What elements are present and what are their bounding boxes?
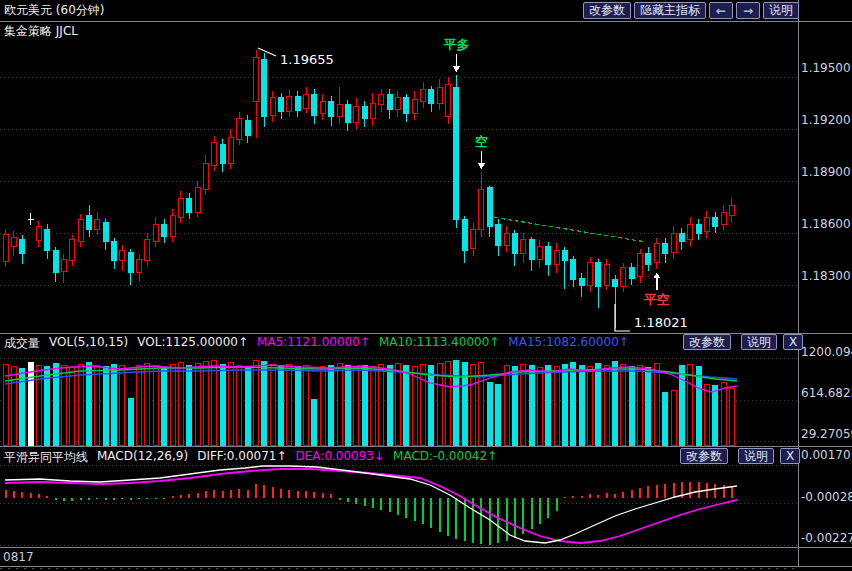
volume-ma5-value: MA5:1121.00000↑ [257,335,370,352]
macd-params: MACD(12,26,9) [97,449,188,466]
macd-axis-label: -0.00028 [801,490,852,504]
volume-toolbar: 改参数 说明 X [683,334,803,350]
volume-axis-label: 29.27059 [801,427,852,441]
volume-ma15-value: MA15:1082.60000↑ [508,335,628,352]
svg-text:1.19655: 1.19655 [280,52,334,67]
prev-arrow-button[interactable]: ← [709,2,733,19]
volume-change-params-button[interactable]: 改参数 [683,334,731,350]
volume-axis-label: 614.68235 [801,386,852,400]
macd-dea-value: DEA:0.00093↓ [296,449,385,466]
chart-canvas[interactable]: 平多空平空1.196551.18021 [0,0,852,571]
trading-app-window: 平多空平空1.196551.18021 欧元美元 (60分钟) 改参数 隐藏主指… [0,0,852,571]
volume-vol-value: VOL:1125.00000↑ [137,335,248,352]
price-axis-label: 1.19200 [801,113,851,127]
price-axis-label: 1.18300 [801,269,851,283]
volume-header: 成交量 VOL(5,10,15) VOL:1125.00000↑ MA5:112… [4,335,629,352]
next-arrow-button[interactable]: → [736,2,760,19]
help-button[interactable]: 说明 [763,2,799,19]
macd-close-button[interactable]: X [780,448,800,464]
price-axis-label: 1.18600 [801,217,851,231]
strategy-label: 集金策略 JJCL [4,24,78,38]
price-axis-label: 1.19500 [801,61,851,75]
macd-header: 平滑异同平均线 MACD(12,26,9) DIFF:0.00071↑ DEA:… [4,449,497,466]
macd-axis-label: 0.00170 [801,448,851,462]
macd-help-button[interactable]: 说明 [738,448,774,464]
macd-toolbar: 改参数 说明 X [680,448,800,464]
svg-text:平多: 平多 [443,37,469,52]
macd-diff-value: DIFF:0.00071↑ [197,449,286,466]
volume-ma10-value: MA10:1113.40000↑ [379,335,499,352]
volume-help-button[interactable]: 说明 [741,334,777,350]
svg-text:空: 空 [475,134,488,149]
hide-main-indicator-button[interactable]: 隐藏主指标 [634,2,706,19]
price-axis-label: 1.18900 [801,165,851,179]
main-toolbar: 改参数 隐藏主指标 ← → 说明 [583,2,799,19]
macd-change-params-button[interactable]: 改参数 [680,448,728,464]
svg-text:平空: 平空 [644,292,670,307]
volume-params: VOL(5,10,15) [49,335,128,352]
macd-axis-label: -0.00227 [801,531,852,545]
change-params-button[interactable]: 改参数 [583,2,631,19]
time-axis-start-label: 0817 [3,550,34,564]
svg-text:1.18021: 1.18021 [634,315,688,330]
macd-title: 平滑异同平均线 [4,449,88,466]
macd-macd-value: MACD:-0.00042↑ [393,449,497,466]
volume-axis-label: 1200.0941 [801,345,852,359]
window-title: 欧元美元 (60分钟) [4,3,104,17]
volume-title: 成交量 [4,335,40,352]
